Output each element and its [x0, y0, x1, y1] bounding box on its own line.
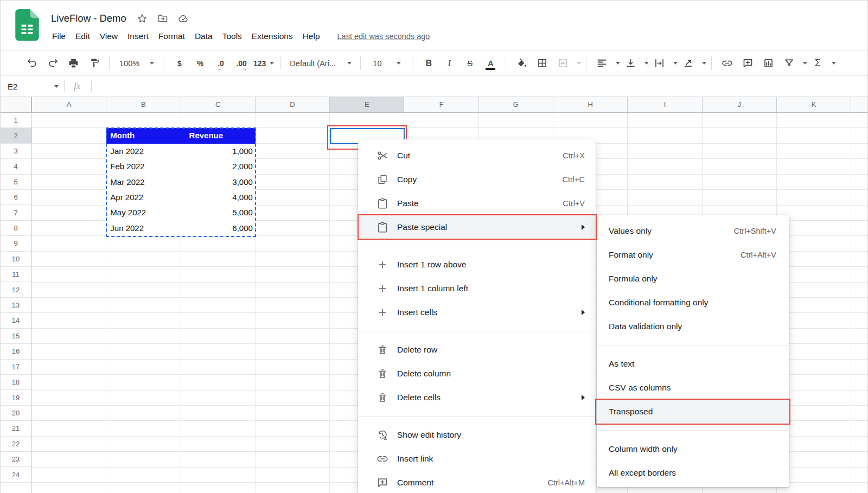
menu-item-paste-special[interactable]: Paste special: [358, 215, 596, 239]
row-header-22[interactable]: 22: [0, 437, 31, 452]
row-header-5[interactable]: 5: [0, 175, 31, 190]
horizontal-align-caret[interactable]: [616, 62, 620, 65]
column-header-b[interactable]: B: [106, 97, 181, 112]
menu-view[interactable]: View: [95, 29, 123, 44]
menu-extensions[interactable]: Extensions: [247, 29, 298, 44]
menu-format[interactable]: Format: [154, 29, 190, 44]
menu-item-insert-cells[interactable]: Insert cells: [358, 300, 596, 324]
row-header-21[interactable]: 21: [0, 421, 31, 436]
italic-button[interactable]: I: [441, 55, 458, 72]
row-header-4[interactable]: 4: [0, 159, 31, 174]
functions-button[interactable]: Σ: [809, 55, 826, 72]
menu-help[interactable]: Help: [298, 29, 325, 44]
bold-button[interactable]: B: [420, 55, 437, 72]
menu-item-csv-as-columns[interactable]: CSV as columns: [597, 376, 789, 400]
vertical-align-button[interactable]: [622, 55, 639, 72]
row-header-1[interactable]: 1: [0, 113, 31, 128]
menu-item-insert-link[interactable]: Insert link: [358, 447, 596, 471]
horizontal-align-button[interactable]: [593, 55, 610, 72]
column-header-j[interactable]: J: [703, 97, 777, 112]
fill-color-button[interactable]: [513, 55, 530, 72]
menu-item-insert-1-column-left[interactable]: Insert 1 column left: [358, 277, 596, 300]
row-header-18[interactable]: 18: [0, 375, 31, 390]
column-header-partial[interactable]: [851, 97, 868, 112]
row-header-11[interactable]: 11: [0, 267, 31, 282]
menu-tools[interactable]: Tools: [218, 29, 247, 44]
row-header-13[interactable]: 13: [0, 298, 31, 313]
cloud-saved-icon[interactable]: [177, 12, 189, 24]
format-percent-button[interactable]: %: [192, 55, 209, 72]
menu-file[interactable]: File: [47, 29, 71, 44]
text-rotation-button[interactable]: [679, 55, 697, 72]
menu-item-values-only[interactable]: Values onlyCtrl+Shift+V: [597, 219, 789, 243]
print-button[interactable]: [65, 55, 82, 72]
menu-item-format-only[interactable]: Format onlyCtrl+Alt+V: [597, 243, 789, 267]
row-header-15[interactable]: 15: [0, 329, 31, 344]
row-header-10[interactable]: 10: [0, 252, 31, 267]
row-header-23[interactable]: 23: [0, 452, 31, 467]
row-header-6[interactable]: 6: [0, 190, 31, 205]
row-header-3[interactable]: 3: [0, 144, 31, 159]
row-header-16[interactable]: 16: [0, 344, 31, 359]
paint-format-button[interactable]: [85, 55, 103, 72]
table-header-month[interactable]: Month: [106, 128, 181, 143]
menu-item-show-edit-history[interactable]: Show edit history: [358, 423, 596, 447]
menu-data[interactable]: Data: [190, 29, 218, 44]
row-header-17[interactable]: 17: [0, 360, 31, 375]
increase-decimal-button[interactable]: .00→: [233, 55, 250, 72]
column-header-c[interactable]: C: [181, 97, 256, 112]
sheets-logo-icon[interactable]: [15, 9, 39, 41]
menu-insert[interactable]: Insert: [123, 29, 154, 44]
redo-button[interactable]: [44, 55, 61, 72]
column-header-h[interactable]: H: [553, 97, 628, 112]
row-header-24[interactable]: 24: [0, 467, 31, 482]
text-wrap-caret[interactable]: [673, 62, 678, 65]
document-title[interactable]: LiveFlow - Demo: [51, 12, 126, 24]
font-select[interactable]: Default (Ari...: [288, 55, 354, 72]
table-header-revenue[interactable]: Revenue: [181, 128, 256, 143]
menu-item-formula-only[interactable]: Formula only: [597, 267, 789, 291]
sheet-cell[interactable]: Jun 2022: [106, 221, 181, 236]
menu-edit[interactable]: Edit: [71, 29, 95, 44]
zoom-control[interactable]: 100%: [116, 55, 157, 72]
text-rotation-caret[interactable]: [702, 62, 706, 65]
filter-caret[interactable]: [803, 62, 807, 65]
menu-item-conditional-formatting-only[interactable]: Conditional formatting only: [597, 291, 789, 315]
insert-chart-button[interactable]: [760, 55, 777, 72]
select-all-corner[interactable]: [0, 97, 32, 113]
font-size-select[interactable]: 10: [367, 55, 406, 72]
menu-item-delete-column[interactable]: Delete column: [358, 362, 596, 386]
row-header-2[interactable]: 2: [0, 128, 31, 143]
row-header-20[interactable]: 20: [0, 406, 31, 421]
menu-item-all-except-borders[interactable]: All except borders: [597, 461, 789, 485]
menu-item-column-width-only[interactable]: Column width only: [597, 437, 789, 461]
column-header-g[interactable]: G: [479, 97, 553, 112]
menu-item-insert-1-row-above[interactable]: Insert 1 row above: [358, 253, 596, 277]
column-header-e[interactable]: E: [330, 97, 404, 112]
row-header-8[interactable]: 8: [0, 221, 31, 236]
menu-item-delete-row[interactable]: Delete row: [358, 338, 596, 362]
sheet-cell[interactable]: 4,000: [181, 190, 256, 205]
insert-link-button[interactable]: [718, 55, 736, 72]
star-icon[interactable]: [136, 12, 148, 24]
decrease-decimal-button[interactable]: .0←: [212, 55, 229, 72]
sheet-cell[interactable]: 1,000: [181, 144, 256, 159]
text-color-button[interactable]: A: [482, 55, 499, 72]
text-wrap-button[interactable]: [650, 55, 668, 72]
menu-item-as-text[interactable]: As text: [597, 352, 789, 376]
menu-item-comment[interactable]: CommentCtrl+Alt+M: [358, 471, 596, 493]
menu-item-transposed[interactable]: Transposed: [597, 400, 789, 424]
sheet-cell[interactable]: Mar 2022: [106, 175, 181, 190]
insert-comment-button[interactable]: [739, 55, 756, 72]
row-header-9[interactable]: 9: [0, 236, 31, 251]
column-header-i[interactable]: I: [628, 97, 702, 112]
more-formats-button[interactable]: 123: [253, 55, 274, 72]
filter-button[interactable]: [780, 55, 797, 72]
sheet-cell[interactable]: Jan 2022: [106, 144, 181, 159]
sheet-cell[interactable]: 5,000: [181, 205, 256, 220]
sheet-cell[interactable]: Apr 2022: [106, 190, 181, 205]
menu-item-data-validation-only[interactable]: Data validation only: [597, 315, 789, 338]
sheet-cell[interactable]: 2,000: [181, 159, 256, 174]
row-header-14[interactable]: 14: [0, 313, 31, 328]
menu-item-delete-cells[interactable]: Delete cells: [358, 386, 596, 409]
